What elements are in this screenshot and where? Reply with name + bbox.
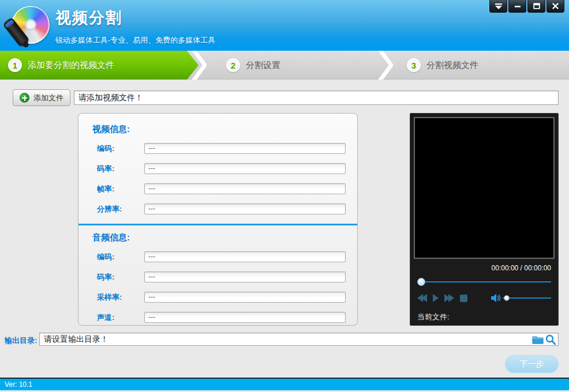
file-list-field[interactable]: 请添加视频文件！ xyxy=(74,91,559,105)
volume-track xyxy=(503,297,551,299)
video-codec-label: 编码: xyxy=(91,144,144,154)
audio-bitrate-value: --- xyxy=(144,272,346,282)
step-1-number: 1 xyxy=(8,58,22,72)
video-resolution-label: 分辨率: xyxy=(91,204,144,214)
step-3-label: 分割视频文件 xyxy=(426,60,478,71)
audio-samplerate-label: 采样率: xyxy=(91,292,144,303)
audio-bitrate-label: 码率: xyxy=(91,272,144,282)
audio-info-row-samplerate: 采样率: --- xyxy=(91,292,346,303)
tab-step-2-split-settings[interactable]: 2 分割设置 xyxy=(226,51,280,80)
step-2-label: 分割设置 xyxy=(246,60,280,71)
chevron-down-icon xyxy=(495,3,503,10)
stop-icon xyxy=(460,295,467,302)
rewind-button[interactable] xyxy=(417,294,427,302)
stop-button[interactable] xyxy=(460,295,467,302)
audio-channels-label: 声道: xyxy=(91,312,144,323)
play-icon xyxy=(433,294,439,302)
tab-step-1-add-files[interactable]: 1 添加要分割的视频文件 xyxy=(0,51,199,80)
play-button[interactable] xyxy=(433,294,439,302)
output-dir-icons xyxy=(531,334,556,345)
maximize-icon xyxy=(533,3,540,9)
video-framerate-value: --- xyxy=(144,183,346,194)
volume-slider[interactable] xyxy=(503,295,551,301)
folder-icon[interactable] xyxy=(531,334,544,345)
output-dir-label: 输出目录: xyxy=(5,336,37,346)
close-button[interactable] xyxy=(546,0,564,13)
window-controls xyxy=(489,0,564,13)
add-file-button[interactable]: 添加文件 xyxy=(13,89,70,106)
seek-slider[interactable] xyxy=(417,278,551,286)
playback-controls xyxy=(417,293,551,303)
minimize-button[interactable] xyxy=(508,0,526,13)
time-display: 00:00:00 / 00:00:00 xyxy=(410,262,558,272)
volume-control xyxy=(491,293,551,303)
seek-thumb[interactable] xyxy=(417,278,425,286)
app-title: 视频分割 xyxy=(55,7,215,28)
maximize-button[interactable] xyxy=(527,0,545,13)
volume-thumb[interactable] xyxy=(504,295,510,301)
next-step-button[interactable]: 下一步 xyxy=(505,355,559,373)
step-3-number: 3 xyxy=(407,58,421,72)
output-dir-field[interactable]: 请设置输出目录！ xyxy=(39,333,559,346)
video-info-row-bitrate: 码率: --- xyxy=(91,163,346,174)
add-file-button-label: 添加文件 xyxy=(33,93,63,103)
step-1-label: 添加要分割的视频文件 xyxy=(28,60,114,71)
video-bitrate-value: --- xyxy=(144,163,346,174)
audio-info-row-channels: 声道: --- xyxy=(91,312,346,323)
search-icon[interactable] xyxy=(545,334,556,345)
output-dir-value: 请设置输出目录！ xyxy=(44,334,108,344)
seek-track xyxy=(417,281,551,282)
app-window: 视频分割 锐动多媒体工具-专业、易用、免费的多媒体工具 xyxy=(0,0,569,392)
fast-forward-icon xyxy=(448,294,454,302)
video-info-row-resolution: 分辨率: --- xyxy=(91,203,346,214)
video-info-title: 视频信息: xyxy=(92,124,346,135)
audio-samplerate-value: --- xyxy=(144,292,346,303)
section-divider xyxy=(78,224,357,225)
fast-forward-button[interactable] xyxy=(444,294,454,302)
title-block: 视频分割 锐动多媒体工具-专业、易用、免费的多媒体工具 xyxy=(55,7,215,46)
menu-button[interactable] xyxy=(489,0,507,13)
step-2-number: 2 xyxy=(226,58,240,72)
status-bar: Ver: 10.1 xyxy=(0,379,569,390)
video-framerate-label: 帧率: xyxy=(91,184,144,194)
audio-channels-value: --- xyxy=(144,312,346,323)
step-tabs: 1 添加要分割的视频文件 2 分割设置 3 分割视频文件 xyxy=(0,51,569,80)
audio-codec-value: --- xyxy=(144,251,346,262)
minimize-icon xyxy=(514,3,521,9)
app-logo xyxy=(7,2,54,48)
close-icon xyxy=(552,3,559,9)
version-text: Ver: 10.1 xyxy=(5,380,32,389)
video-bitrate-label: 码率: xyxy=(91,164,144,174)
audio-codec-label: 编码: xyxy=(91,252,144,262)
add-plus-icon xyxy=(20,93,29,103)
video-info-row-codec: 编码: --- xyxy=(91,143,346,154)
app-subtitle: 锐动多媒体工具-专业、易用、免费的多媒体工具 xyxy=(55,35,215,46)
tab-step-3-split-files[interactable]: 3 分割视频文件 xyxy=(407,51,478,80)
video-info-row-framerate: 帧率: --- xyxy=(91,183,346,194)
audio-info-title: 音频信息: xyxy=(92,232,346,243)
current-file-label: 当前文件: xyxy=(417,312,551,322)
chevron-separator-icon xyxy=(378,51,393,80)
video-resolution-value: --- xyxy=(144,203,346,214)
media-info-panel: 视频信息: 编码: --- 码率: --- 帧率: --- 分辨率: --- 音… xyxy=(78,113,358,326)
audio-info-row-codec: 编码: --- xyxy=(91,251,346,262)
video-preview-screen xyxy=(414,117,555,259)
video-codec-value: --- xyxy=(144,143,346,154)
preview-player-panel: 00:00:00 / 00:00:00 xyxy=(410,113,559,326)
header: 视频分割 锐动多媒体工具-专业、易用、免费的多媒体工具 xyxy=(0,0,569,51)
audio-info-row-bitrate: 码率: --- xyxy=(91,272,346,282)
volume-icon[interactable] xyxy=(491,293,501,303)
rewind-icon xyxy=(421,294,427,302)
